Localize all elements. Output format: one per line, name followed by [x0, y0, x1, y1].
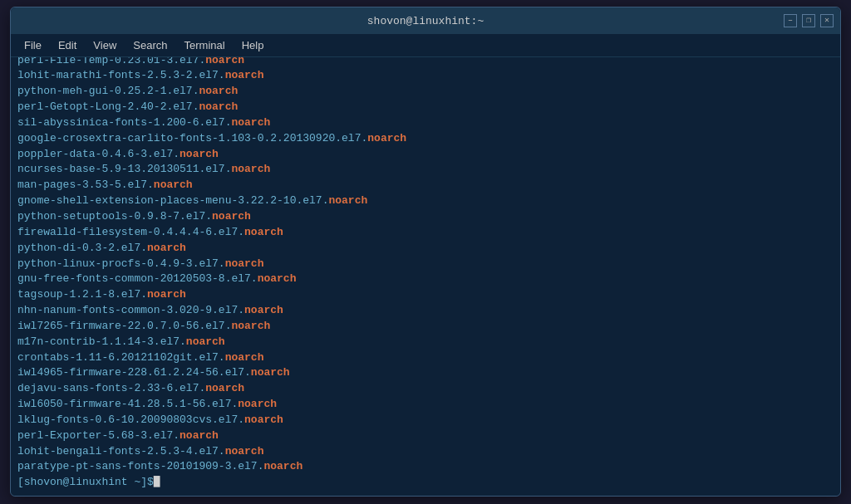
terminal-line: iwl4965-firmware-228.61.2.24-56.el7.noar…	[17, 365, 834, 381]
arch-label: noarch	[244, 413, 283, 428]
package-name: iwl7265-firmware-22.0.7.0-56.el7.	[17, 319, 231, 335]
arch-label: noarch	[225, 444, 264, 460]
terminal-body[interactable]: liberation-serif-fonts-1.07.2-15.el7.noa…	[11, 57, 840, 496]
terminal-line: gnu-free-fonts-common-20120503-8.el7.noa…	[17, 272, 834, 287]
window-controls: – ❐ ✕	[784, 14, 834, 27]
package-name: nhn-nanum-fonts-common-3.020-9.el7.	[17, 303, 244, 319]
arch-label: noarch	[147, 241, 186, 257]
terminal-line: dejavu-sans-fonts-2.33-6.el7.noarch	[17, 381, 834, 397]
terminal-line: man-pages-3.53-5.el7.noarch	[17, 178, 834, 193]
package-name: man-pages-3.53-5.el7.	[17, 178, 154, 193]
arch-label: noarch	[244, 225, 283, 241]
package-name: perl-File-Temp-0.23.01-3.el7.	[17, 57, 205, 68]
arch-label: noarch	[147, 287, 186, 303]
terminal-line: perl-Getopt-Long-2.40-2.el7.noarch	[17, 100, 834, 115]
terminal-line: gnome-shell-extension-places-menu-3.22.2…	[17, 193, 834, 209]
arch-label: noarch	[263, 459, 303, 475]
arch-label: noarch	[367, 131, 406, 147]
package-name: perl-Exporter-5.68-3.el7.	[17, 428, 180, 444]
package-name: gnu-free-fonts-common-20120503-8.el7.	[17, 272, 258, 287]
arch-label: noarch	[205, 381, 244, 397]
terminal-line: m17n-contrib-1.1.14-3.el7.noarch	[17, 335, 834, 350]
menu-item-view[interactable]: View	[86, 37, 123, 53]
close-button[interactable]: ✕	[820, 14, 834, 27]
terminal-line: sil-abyssinica-fonts-1.200-6.el7.noarch	[17, 115, 834, 131]
terminal-window: shovon@linuxhint:~ – ❐ ✕ FileEditViewSea…	[10, 7, 841, 497]
package-name: iwl6050-firmware-41.28.5.1-56.el7.	[17, 397, 238, 413]
package-name: dejavu-sans-fonts-2.33-6.el7.	[17, 381, 205, 397]
arch-label: noarch	[244, 303, 283, 319]
menu-item-file[interactable]: File	[17, 37, 48, 53]
package-name: google-crosextra-carlito-fonts-1.103-0.2…	[17, 131, 367, 147]
arch-label: noarch	[225, 350, 264, 366]
arch-label: noarch	[205, 57, 244, 68]
arch-label: noarch	[225, 257, 264, 272]
menu-item-terminal[interactable]: Terminal	[178, 37, 232, 53]
terminal-line: poppler-data-0.4.6-3.el7.noarch	[17, 147, 834, 163]
arch-label: noarch	[154, 178, 193, 193]
terminal-line: lklug-fonts-0.6-10.20090803cvs.el7.noarc…	[17, 413, 834, 428]
package-name: python-linux-procfs-0.4.9-3.el7.	[17, 257, 225, 272]
terminal-line: python-di-0.3-2.el7.noarch	[17, 241, 834, 257]
arch-label: noarch	[328, 193, 367, 209]
arch-label: noarch	[186, 335, 225, 350]
terminal-line: google-crosextra-carlito-fonts-1.103-0.2…	[17, 131, 834, 147]
package-name: crontabs-1.11-6.20121102git.el7.	[17, 350, 225, 366]
package-name: m17n-contrib-1.1.14-3.el7.	[17, 335, 186, 350]
arch-label: noarch	[251, 365, 290, 381]
package-name: python-setuptools-0.9.8-7.el7.	[17, 209, 212, 225]
package-name: paratype-pt-sans-fonts-20101909-3.el7.	[17, 459, 263, 475]
package-name: lklug-fonts-0.6-10.20090803cvs.el7.	[17, 413, 244, 428]
terminal-line: paratype-pt-sans-fonts-20101909-3.el7.no…	[17, 459, 834, 475]
package-name: tagsoup-1.2.1-8.el7.	[17, 287, 147, 303]
package-name: lohit-marathi-fonts-2.5.3-2.el7.	[17, 68, 225, 84]
arch-label: noarch	[225, 68, 264, 84]
package-name: sil-abyssinica-fonts-1.200-6.el7.	[17, 115, 231, 131]
package-name: python-meh-gui-0.25.2-1.el7.	[17, 84, 199, 100]
cursor: █	[154, 475, 160, 491]
terminal-line: tagsoup-1.2.1-8.el7.noarch	[17, 287, 834, 303]
window-title: shovon@linuxhint:~	[367, 15, 484, 27]
package-name: ncurses-base-5.9-13.20130511.el7.	[17, 162, 231, 178]
package-name: poppler-data-0.4.6-3.el7.	[17, 147, 180, 163]
terminal-line: perl-File-Temp-0.23.01-3.el7.noarch	[17, 57, 834, 68]
arch-label: noarch	[180, 428, 219, 444]
arch-label: noarch	[231, 115, 270, 131]
terminal-line: python-meh-gui-0.25.2-1.el7.noarch	[17, 84, 834, 100]
package-name: iwl4965-firmware-228.61.2.24-56.el7.	[17, 365, 251, 381]
package-name: python-di-0.3-2.el7.	[17, 241, 147, 257]
terminal-line: firewalld-filesystem-0.4.4.4-6.el7.noarc…	[17, 225, 834, 241]
menu-item-edit[interactable]: Edit	[52, 37, 83, 53]
package-name: perl-Getopt-Long-2.40-2.el7.	[17, 100, 199, 115]
arch-label: noarch	[199, 100, 238, 115]
terminal-line: python-setuptools-0.9.8-7.el7.noarch	[17, 209, 834, 225]
terminal-line: nhn-nanum-fonts-common-3.020-9.el7.noarc…	[17, 303, 834, 319]
prompt-line: [shovon@linuxhint ~]$ █	[17, 475, 834, 491]
minimize-button[interactable]: –	[784, 14, 797, 27]
package-name: firewalld-filesystem-0.4.4.4-6.el7.	[17, 225, 244, 241]
arch-label: noarch	[212, 209, 251, 225]
arch-label: noarch	[231, 319, 270, 335]
menu-item-help[interactable]: Help	[235, 37, 271, 53]
menu-item-search[interactable]: Search	[126, 37, 174, 53]
terminal-line: crontabs-1.11-6.20121102git.el7.noarch	[17, 350, 834, 366]
terminal-line: python-linux-procfs-0.4.9-3.el7.noarch	[17, 257, 834, 272]
terminal-line: lohit-marathi-fonts-2.5.3-2.el7.noarch	[17, 68, 834, 84]
terminal-line: lohit-bengali-fonts-2.5.3-4.el7.noarch	[17, 444, 834, 460]
arch-label: noarch	[180, 147, 219, 163]
package-name: lohit-bengali-fonts-2.5.3-4.el7.	[17, 444, 225, 460]
menu-bar: FileEditViewSearchTerminalHelp	[11, 34, 840, 57]
package-name: gnome-shell-extension-places-menu-3.22.2…	[17, 193, 328, 209]
terminal-line: ncurses-base-5.9-13.20130511.el7.noarch	[17, 162, 834, 178]
command-prompt: [shovon@linuxhint ~]$	[17, 475, 154, 491]
title-bar: shovon@linuxhint:~ – ❐ ✕	[11, 7, 840, 34]
terminal-line: iwl7265-firmware-22.0.7.0-56.el7.noarch	[17, 319, 834, 335]
arch-label: noarch	[231, 162, 270, 178]
arch-label: noarch	[258, 272, 297, 287]
terminal-line: iwl6050-firmware-41.28.5.1-56.el7.noarch	[17, 397, 834, 413]
arch-label: noarch	[238, 397, 277, 413]
arch-label: noarch	[199, 84, 238, 100]
terminal-line: perl-Exporter-5.68-3.el7.noarch	[17, 428, 834, 444]
maximize-button[interactable]: ❐	[802, 14, 815, 27]
